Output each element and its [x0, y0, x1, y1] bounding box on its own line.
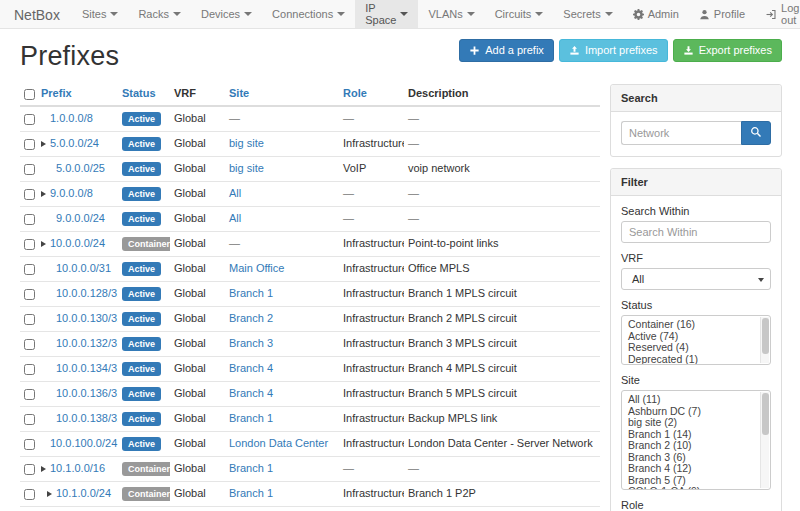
brand[interactable]: NetBox — [6, 0, 72, 28]
row-checkbox[interactable] — [24, 264, 35, 275]
row-checkbox[interactable] — [24, 439, 35, 450]
nav-item-devices[interactable]: Devices — [191, 0, 262, 28]
site-link[interactable]: Branch 1 — [229, 462, 273, 474]
description-cell: Branch 1 P2P — [404, 481, 600, 506]
column-header-label[interactable]: Role — [343, 87, 367, 99]
prefix-link[interactable]: 5.0.0.0/24 — [50, 137, 99, 149]
listbox-option[interactable]: Active (74) — [622, 331, 758, 343]
listbox-option[interactable]: Branch 3 (6) — [622, 452, 758, 464]
nav-item-sites[interactable]: Sites — [72, 0, 128, 28]
nav-item-circuits[interactable]: Circuits — [485, 0, 554, 28]
listbox-option[interactable]: Branch 2 (10) — [622, 440, 758, 452]
nav-item-profile[interactable]: Profile — [689, 0, 755, 28]
row-checkbox[interactable] — [24, 489, 35, 500]
nav-item-racks[interactable]: Racks — [128, 0, 191, 28]
row-checkbox[interactable] — [24, 164, 35, 175]
row-checkbox[interactable] — [24, 364, 35, 375]
column-header-label[interactable]: Prefix — [41, 87, 72, 99]
import-prefixes-button[interactable]: Import prefixes — [559, 39, 668, 62]
export-prefixes-button[interactable]: Export prefixes — [673, 39, 782, 62]
vrf-value: Global — [174, 162, 206, 174]
nav-item-log-out[interactable]: Log out — [755, 0, 800, 28]
nav-item-admin[interactable]: Admin — [623, 0, 689, 28]
listbox-option[interactable]: All (11) — [622, 394, 758, 406]
site-link[interactable]: All — [229, 212, 241, 224]
prefix-link[interactable]: 10.0.100.0/24 — [50, 437, 117, 449]
description-value: Office MPLS — [408, 262, 470, 274]
nav-item-secrets[interactable]: Secrets — [553, 0, 622, 28]
nav-item-vlans[interactable]: VLANs — [418, 0, 484, 28]
row-checkbox[interactable] — [24, 414, 35, 425]
site-link[interactable]: Branch 1 — [229, 487, 273, 499]
prefix-link[interactable]: 5.0.0.0/25 — [56, 162, 105, 174]
site-link[interactable]: Branch 4 — [229, 387, 273, 399]
listbox-option[interactable]: big site (2) — [622, 417, 758, 429]
row-checkbox[interactable] — [24, 239, 35, 250]
site-cell: Branch 3 — [225, 331, 339, 356]
site-cell: Branch 2 — [225, 306, 339, 331]
prefix-link[interactable]: 10.0.0.136/31 — [56, 387, 118, 399]
prefix-link[interactable]: 10.1.0.0/16 — [50, 462, 105, 474]
site-cell: London Data Center — [225, 431, 339, 456]
prefix-link[interactable]: 10.1.0.0/24 — [56, 487, 111, 499]
listbox-option[interactable]: Container (16) — [622, 319, 758, 331]
listbox-option[interactable]: Deprecated (1) — [622, 354, 758, 366]
add-a-prefix-button[interactable]: Add a prefix — [459, 39, 554, 62]
site-link[interactable]: big site — [229, 137, 264, 149]
listbox-option[interactable]: COLO-1-CA (9) — [622, 486, 758, 490]
column-header-label[interactable]: Site — [229, 87, 249, 99]
site-link[interactable]: big site — [229, 162, 264, 174]
row-checkbox[interactable] — [24, 464, 35, 475]
filter-input-search-within[interactable] — [621, 221, 771, 243]
row-checkbox[interactable] — [24, 114, 35, 125]
prefix-link[interactable]: 10.0.0.138/31 — [56, 412, 118, 424]
site-link[interactable]: Branch 1 — [229, 287, 273, 299]
row-checkbox[interactable] — [24, 289, 35, 300]
listbox-option[interactable]: Branch 4 (12) — [622, 463, 758, 475]
scrollbar-thumb[interactable] — [762, 393, 769, 435]
prefix-link[interactable]: 10.0.0.128/31 — [56, 287, 118, 299]
status-cell: Container — [118, 456, 170, 481]
select-cell — [20, 356, 37, 381]
status-badge: Active — [122, 212, 161, 226]
prefix-link[interactable]: 10.0.0.0/31 — [56, 262, 111, 274]
site-link[interactable]: Branch 2 — [229, 312, 273, 324]
site-link[interactable]: London Data Center — [229, 437, 328, 449]
prefix-link[interactable]: 10.0.0.132/31 — [56, 337, 118, 349]
site-link[interactable]: Branch 3 — [229, 337, 273, 349]
row-checkbox[interactable] — [24, 314, 35, 325]
listbox-option[interactable]: Reserved (4) — [622, 342, 758, 354]
row-checkbox[interactable] — [24, 214, 35, 225]
prefix-link[interactable]: 1.0.0.0/8 — [50, 112, 93, 124]
scrollbar-thumb[interactable] — [762, 318, 769, 354]
listbox-option[interactable]: Branch 5 (7) — [622, 475, 758, 487]
row-checkbox[interactable] — [24, 189, 35, 200]
prefix-link[interactable]: 9.0.0.0/8 — [50, 187, 93, 199]
filter-select-vrf[interactable]: All — [621, 268, 771, 290]
site-link[interactable]: All — [229, 187, 241, 199]
prefix-link[interactable]: 9.0.0.0/24 — [56, 212, 105, 224]
prefix-link[interactable]: 10.0.0.130/31 — [56, 312, 118, 324]
site-link[interactable]: Main Office — [229, 262, 284, 274]
prefix-link[interactable]: 10.0.0.0/24 — [50, 237, 105, 249]
site-link[interactable]: Branch 1 — [229, 412, 273, 424]
select-all-checkbox[interactable] — [24, 89, 35, 100]
column-header-label[interactable]: Status — [122, 87, 156, 99]
main-row: PrefixStatusVRFSiteRoleDescription 1.0.0… — [20, 82, 782, 511]
listbox-option[interactable]: Branch 1 (14) — [622, 429, 758, 441]
site-link[interactable]: Branch 4 — [229, 362, 273, 374]
listbox-option[interactable]: Ashburn DC (7) — [622, 406, 758, 418]
nav-item-connections[interactable]: Connections — [262, 0, 355, 28]
role-cell: — — [339, 206, 404, 231]
row-checkbox[interactable] — [24, 389, 35, 400]
role-cell: Infrastructure — [339, 481, 404, 506]
prefix-link[interactable]: 10.0.0.134/31 — [56, 362, 118, 374]
gear-icon — [633, 9, 644, 20]
prefix-cell: 10.0.0.130/31 — [37, 306, 118, 331]
table-row: 1.0.0.0/8ActiveGlobal——— — [20, 106, 600, 132]
nav-item-ip-space[interactable]: IP Space — [355, 0, 418, 28]
search-button[interactable] — [741, 121, 771, 145]
row-checkbox[interactable] — [24, 139, 35, 150]
row-checkbox[interactable] — [24, 339, 35, 350]
search-input[interactable] — [621, 121, 741, 145]
